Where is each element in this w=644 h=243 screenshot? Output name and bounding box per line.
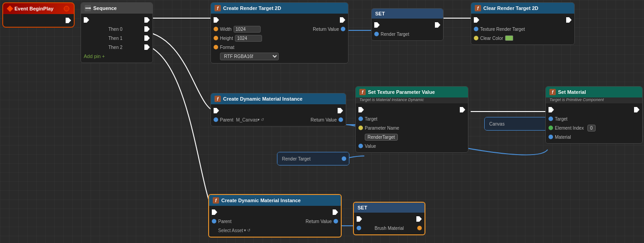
stp-value-label: Value bbox=[363, 144, 378, 149]
sm-element-val[interactable]: 0 bbox=[587, 125, 596, 131]
cdm2-exec-out[interactable] bbox=[333, 209, 338, 215]
cdm1-return-pin[interactable] bbox=[339, 117, 343, 122]
sm-material-label: Material bbox=[553, 135, 573, 140]
create-render-target-title: Create Render Target 2D bbox=[223, 5, 281, 11]
set-rt-exec-out[interactable] bbox=[435, 22, 440, 28]
sm-material-row: Material bbox=[546, 132, 642, 141]
format-pin[interactable] bbox=[214, 45, 218, 49]
stp-func-icon: f bbox=[359, 89, 366, 95]
format-row: Format bbox=[211, 43, 348, 52]
then1-label: Then 1 bbox=[106, 36, 124, 41]
cdm1-parent-row: Parent M_Canvas ▾ ↺ Return Value bbox=[211, 115, 346, 124]
set-brush-exec-out[interactable] bbox=[416, 216, 422, 222]
clear-exec-out[interactable] bbox=[566, 17, 572, 23]
cdm1-parent-pin[interactable] bbox=[214, 117, 218, 122]
render-target-pin-row: Render Target bbox=[372, 29, 443, 39]
stp-param-val-row: RenderTarget bbox=[356, 132, 468, 141]
sequence-exec-row bbox=[81, 15, 153, 24]
sm-target-label: Target bbox=[553, 117, 569, 122]
sm-element-row: Element Index 0 bbox=[546, 123, 642, 132]
height-input[interactable] bbox=[235, 35, 262, 42]
clear-exec-row bbox=[471, 15, 574, 24]
clear-color-pin[interactable] bbox=[474, 36, 478, 40]
stp-target-pin[interactable] bbox=[358, 117, 363, 121]
cdm2-dropdown-icon[interactable]: ▾ bbox=[244, 228, 246, 233]
rt-small-row: Render Target bbox=[277, 154, 349, 163]
then0-pin[interactable] bbox=[144, 26, 150, 32]
seq-exec-out[interactable] bbox=[144, 17, 150, 23]
clear-render-target-node: f Clear Render Target 2D Texture Render … bbox=[471, 2, 575, 45]
texture-rt-pin[interactable] bbox=[474, 27, 478, 31]
sm-exec-out[interactable] bbox=[634, 107, 639, 112]
create-dyn-mat-1-header: f Create Dynamic Material Instance bbox=[211, 93, 346, 104]
set-material-subtitle: Target is Primitive Component bbox=[546, 97, 642, 103]
format-label: Format bbox=[218, 45, 236, 50]
crt-exec-in[interactable] bbox=[214, 17, 219, 23]
cdm2-reset-icon[interactable]: ↺ bbox=[247, 228, 251, 233]
seq-exec-in[interactable] bbox=[84, 17, 89, 23]
stp-exec-out[interactable] bbox=[460, 107, 465, 112]
cdm2-parent-pin[interactable] bbox=[212, 219, 216, 224]
brush-mat-out-pin[interactable] bbox=[417, 226, 422, 230]
set-material-body: Target Element Index 0 Material bbox=[546, 103, 642, 143]
sm-exec-in[interactable] bbox=[549, 107, 554, 112]
stp-param-label: Parameter Name bbox=[363, 126, 401, 131]
sequence-header: ⟹ Sequence bbox=[81, 3, 153, 14]
then2-pin[interactable] bbox=[144, 44, 150, 50]
stp-value-pin[interactable] bbox=[358, 144, 363, 148]
crt-exec-out[interactable] bbox=[340, 17, 345, 23]
texture-render-row: Texture Render Target bbox=[471, 24, 574, 34]
set-brush-exec-row bbox=[354, 214, 425, 224]
sm-exec-row bbox=[546, 105, 642, 114]
crt-exec-row bbox=[211, 15, 348, 24]
add-pin-btn[interactable]: Add pin + bbox=[84, 53, 105, 59]
render-target-pin[interactable] bbox=[374, 32, 379, 36]
set-rt-exec-in[interactable] bbox=[374, 22, 380, 28]
format-select[interactable]: RTF RGBA16f bbox=[220, 53, 279, 60]
rt-small-pin[interactable] bbox=[342, 156, 346, 161]
cdm2-return-pin[interactable] bbox=[334, 219, 338, 224]
set-brush-header: SET bbox=[354, 203, 425, 213]
width-input[interactable] bbox=[234, 26, 261, 33]
stp-value-row: Value bbox=[356, 141, 468, 151]
sm-target-row: Target bbox=[546, 114, 642, 123]
sequence-title: Sequence bbox=[93, 5, 117, 11]
height-pin[interactable] bbox=[214, 36, 218, 40]
sm-element-pin[interactable] bbox=[549, 126, 553, 130]
set-render-target-header: SET bbox=[372, 9, 443, 19]
brush-mat-pin[interactable] bbox=[357, 226, 361, 230]
clear-render-target-title: Clear Render Target 2D bbox=[483, 5, 538, 11]
create-dyn-mat-2-title: Create Dynamic Material Instance bbox=[221, 198, 301, 203]
stp-exec-in[interactable] bbox=[358, 107, 364, 112]
cdm2-exec-in[interactable] bbox=[212, 209, 217, 215]
cdm1-exec-out[interactable] bbox=[338, 108, 343, 113]
clear-color-swatch[interactable] bbox=[505, 35, 513, 41]
parent-reset-icon[interactable]: ↺ bbox=[261, 117, 264, 122]
cdm1-func-icon: f bbox=[215, 96, 221, 102]
set-material-header: f Set Material bbox=[546, 87, 642, 97]
width-pin[interactable] bbox=[214, 27, 218, 31]
parent-dropdown-icon[interactable]: ▾ bbox=[258, 117, 260, 122]
then1-pin[interactable] bbox=[144, 35, 150, 41]
stp-param-val[interactable]: RenderTarget bbox=[365, 134, 398, 141]
cdm2-parent-row: Parent Return Value bbox=[209, 217, 341, 226]
return-value-pin[interactable] bbox=[341, 27, 345, 31]
render-target-small-body: Render Target bbox=[277, 152, 349, 165]
stp-exec-row bbox=[356, 105, 468, 114]
texture-rt-label: Texture Render Target bbox=[478, 27, 527, 32]
set-brush-body: Brush Material bbox=[354, 213, 425, 234]
sequence-node: ⟹ Sequence Then 0 Then 1 Then 2 Add pin … bbox=[81, 2, 153, 63]
sm-material-pin[interactable] bbox=[549, 135, 553, 139]
clear-color-row: Clear Color bbox=[471, 34, 574, 43]
clear-exec-in[interactable] bbox=[474, 17, 479, 23]
cdm1-exec-in[interactable] bbox=[214, 108, 219, 113]
render-target-label: Render Target bbox=[379, 32, 411, 37]
parent-val-text: M_Canvas bbox=[236, 117, 258, 122]
stp-param-pin[interactable] bbox=[358, 126, 363, 130]
close-icon[interactable] bbox=[64, 6, 69, 11]
exec-out-pin[interactable] bbox=[66, 18, 71, 23]
render-target-small-node: Render Target bbox=[277, 152, 349, 165]
set-brush-exec-in[interactable] bbox=[357, 216, 362, 222]
event-begin-play-node: Event BeginPlay bbox=[2, 2, 75, 28]
sm-target-pin[interactable] bbox=[549, 117, 553, 121]
